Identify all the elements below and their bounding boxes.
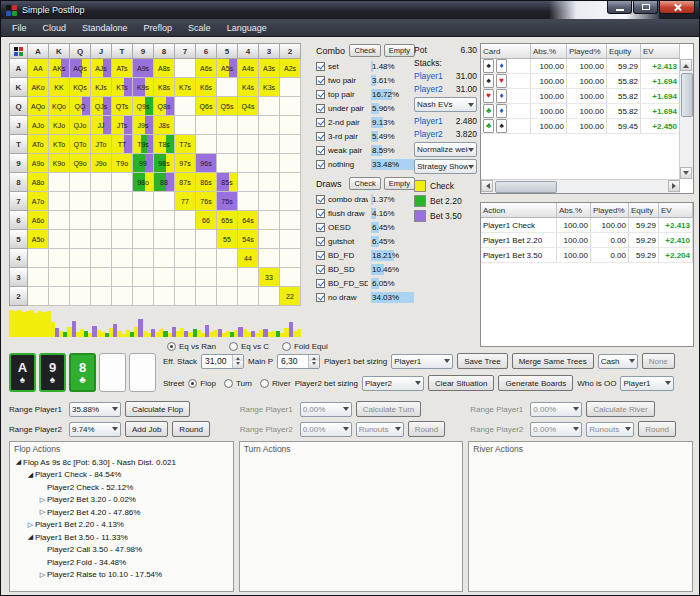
column-header-action[interactable]: Action: [481, 203, 557, 218]
range-p1-dropdown[interactable]: 0.00%: [300, 402, 352, 417]
matrix-col-header-4[interactable]: 4: [238, 44, 259, 59]
matrix-cell-54o[interactable]: [217, 249, 238, 268]
matrix-cell-qjs[interactable]: QJs: [91, 97, 112, 116]
matrix-cell-64o[interactable]: [196, 249, 217, 268]
matrix-row-header-9[interactable]: 9: [10, 154, 28, 173]
matrix-cell-73s[interactable]: [259, 192, 280, 211]
matrix-row-header-k[interactable]: K: [10, 78, 28, 97]
card-combo-row[interactable]: ♣♦100.00100.0055.82+1.694: [481, 104, 693, 119]
board-card-8[interactable]: 8♣: [69, 353, 96, 392]
menu-item-scale[interactable]: Scale: [180, 22, 219, 34]
matrix-row-header-2[interactable]: 2: [10, 287, 28, 306]
matrix-cell-95o[interactable]: [133, 230, 154, 249]
matrix-cell-kjo[interactable]: KJo: [49, 116, 70, 135]
empty-card-slot[interactable]: [129, 353, 156, 392]
menu-item-standalone[interactable]: Standalone: [74, 22, 136, 34]
p2-sizing-dropdown[interactable]: Player2: [362, 376, 424, 391]
column-header-ev[interactable]: EV: [641, 44, 680, 59]
stepper-down-icon[interactable]: [233, 361, 243, 368]
matrix-cell-43s[interactable]: [259, 249, 280, 268]
matrix-cell-95s[interactable]: [217, 154, 238, 173]
close-button[interactable]: [659, 1, 695, 14]
view-option-eq-vs-c[interactable]: Eq vs C: [229, 342, 269, 351]
matrix-row-header-q[interactable]: Q: [10, 97, 28, 116]
empty-card-slot[interactable]: [99, 353, 126, 392]
matrix-cell-q6s[interactable]: Q6s: [196, 97, 217, 116]
matrix-cell-85s[interactable]: 85s: [217, 173, 238, 192]
checkbox-combo-draw[interactable]: [316, 195, 325, 204]
matrix-cell-a5o[interactable]: A5o: [28, 230, 49, 249]
matrix-cell-j6s[interactable]: [196, 116, 217, 135]
matrix-cell-97o[interactable]: [133, 192, 154, 211]
tree-node-player1-check-84-54[interactable]: ◢Player1 Check - 84.54%: [12, 469, 231, 482]
column-header-equity[interactable]: Equity: [629, 203, 659, 218]
matrix-row-header-6[interactable]: 6: [10, 211, 28, 230]
player-link-player1[interactable]: Player1: [414, 116, 443, 126]
matrix-cell-jj[interactable]: JJ: [91, 116, 112, 135]
matrix-cell-k2o[interactable]: [49, 287, 70, 306]
column-header-abs[interactable]: Abs.%: [531, 44, 567, 59]
matrix-cell-j7o[interactable]: [91, 192, 112, 211]
board-card-a[interactable]: A♠: [9, 353, 36, 392]
matrix-cell-k2s[interactable]: [280, 78, 301, 97]
matrix-cell-84s[interactable]: [238, 173, 259, 192]
column-header-card[interactable]: Card: [481, 44, 531, 59]
matrix-cell-43o[interactable]: [238, 268, 259, 287]
matrix-cell-63o[interactable]: [196, 268, 217, 287]
matrix-cell-65o[interactable]: [196, 230, 217, 249]
tree-node-player2-raise-to-10-10-17-54[interactable]: ▷Player2 Raise to 10.10 - 17.54%: [12, 569, 231, 582]
horizontal-scrollbar[interactable]: [481, 179, 680, 193]
round-button[interactable]: Round: [638, 421, 676, 437]
matrix-cell-ako[interactable]: AKo: [28, 78, 49, 97]
matrix-cell-t5s[interactable]: [217, 135, 238, 154]
matrix-cell-k8o[interactable]: [49, 173, 70, 192]
cash-dropdown[interactable]: Cash: [598, 354, 638, 369]
matrix-cell-22[interactable]: 22: [280, 287, 301, 306]
matrix-cell-j8s[interactable]: J8s: [154, 116, 175, 135]
strategy-show-dropdown[interactable]: Strategy Show: [414, 159, 477, 174]
matrix-row-header-a[interactable]: A: [10, 59, 28, 78]
matrix-cell-82s[interactable]: [280, 173, 301, 192]
eff-stack-stepper[interactable]: 31,00: [201, 354, 244, 369]
matrix-cell-75o[interactable]: [175, 230, 196, 249]
checkbox-gutshot[interactable]: [316, 237, 325, 246]
draws-empty-button[interactable]: Empty: [384, 177, 415, 190]
range-p2-dropdown[interactable]: 0.00%: [300, 422, 352, 437]
range-p1-dropdown[interactable]: 0.00%: [530, 402, 582, 417]
matrix-cell-qq[interactable]: QQ: [70, 97, 91, 116]
board-card-9[interactable]: 9♠: [39, 353, 66, 392]
matrix-cell-53s[interactable]: [259, 230, 280, 249]
matrix-cell-aqs[interactable]: AQs: [70, 59, 91, 78]
matrix-cell-92o[interactable]: [133, 287, 154, 306]
matrix-cell-98o[interactable]: 98o: [133, 173, 154, 192]
matrix-cell-aa[interactable]: AA: [28, 59, 49, 78]
none-button[interactable]: None: [642, 353, 675, 369]
matrix-cell-a2o[interactable]: [28, 287, 49, 306]
matrix-col-header-6[interactable]: 6: [196, 44, 217, 59]
matrix-cell-66[interactable]: 66: [196, 211, 217, 230]
matrix-cell-86s[interactable]: 86s: [196, 173, 217, 192]
matrix-cell-73o[interactable]: [175, 268, 196, 287]
matrix-cell-42s[interactable]: [280, 249, 301, 268]
matrix-cell-76o[interactable]: [175, 211, 196, 230]
matrix-cell-88[interactable]: 88: [154, 173, 175, 192]
matrix-cell-j7s[interactable]: [175, 116, 196, 135]
matrix-cell-q9o[interactable]: Q9o: [70, 154, 91, 173]
matrix-cell-a9s[interactable]: A9s: [133, 59, 154, 78]
matrix-cell-ats[interactable]: ATs: [112, 59, 133, 78]
matrix-cell-32s[interactable]: [280, 268, 301, 287]
matrix-cell-94s[interactable]: [238, 154, 259, 173]
matrix-cell-93o[interactable]: [133, 268, 154, 287]
matrix-cell-j9o[interactable]: J9o: [91, 154, 112, 173]
matrix-cell-72s[interactable]: [280, 192, 301, 211]
matrix-cell-63s[interactable]: [259, 211, 280, 230]
matrix-cell-q3s[interactable]: [259, 97, 280, 116]
checkbox-weak-pair[interactable]: [316, 146, 325, 155]
column-header-abs[interactable]: Abs.%: [557, 203, 591, 218]
tree-node-player2-call-3-50-47-98[interactable]: Player2 Call 3.50 - 47.98%: [12, 544, 231, 557]
matrix-cell-aqo[interactable]: AQo: [28, 97, 49, 116]
tree-node-player2-fold-34-48[interactable]: Player2 Fold - 34.48%: [12, 556, 231, 569]
matrix-cell-jto[interactable]: JTo: [91, 135, 112, 154]
matrix-cell-j5o[interactable]: [91, 230, 112, 249]
expander-open-icon[interactable]: ◢: [26, 533, 35, 541]
